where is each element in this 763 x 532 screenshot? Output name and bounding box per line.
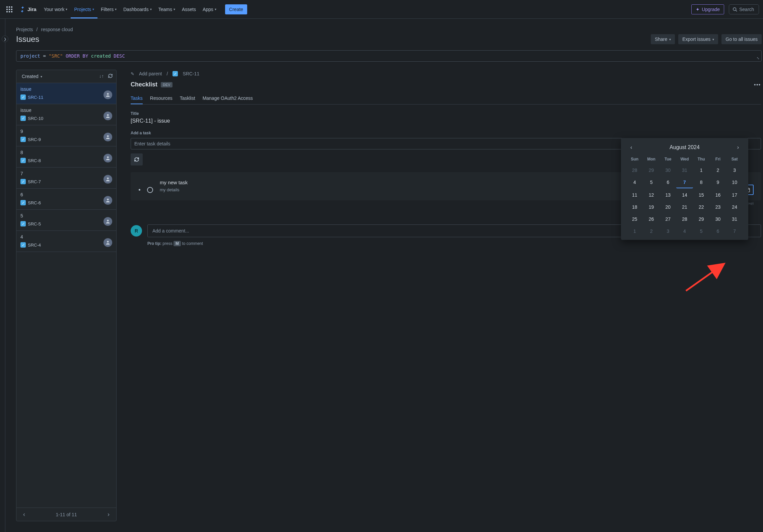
edit-icon[interactable]: ✎ (131, 71, 134, 76)
calendar-day[interactable]: 12 (643, 190, 660, 200)
svg-rect-7 (9, 11, 10, 12)
issue-key-breadcrumb[interactable]: SRC-11 (183, 71, 199, 76)
calendar-day[interactable]: 9 (710, 177, 726, 188)
calendar-day[interactable]: 30 (710, 214, 726, 224)
calendar-day[interactable]: 10 (726, 177, 743, 188)
goto-all-issues-button[interactable]: Go to all issues (721, 34, 762, 44)
assignee-avatar[interactable] (103, 90, 112, 99)
calendar-day[interactable]: 4 (676, 226, 693, 237)
calendar-day[interactable]: 27 (660, 214, 676, 224)
svg-rect-1 (9, 6, 10, 8)
calendar-day[interactable]: 15 (693, 190, 710, 200)
calendar-day[interactable]: 7 (726, 226, 743, 237)
assignee-avatar[interactable] (103, 154, 112, 162)
calendar-day[interactable]: 26 (643, 214, 660, 224)
next-page-button[interactable]: › (106, 511, 112, 518)
calendar-day[interactable]: 31 (726, 214, 743, 224)
refresh-list-icon[interactable] (108, 73, 113, 79)
calendar-day[interactable]: 4 (626, 177, 643, 188)
calendar-day[interactable]: 31 (676, 165, 693, 176)
calendar-day[interactable]: 16 (710, 190, 726, 200)
share-button[interactable]: Share▾ (651, 34, 675, 44)
calendar-day[interactable]: 25 (626, 214, 643, 224)
nav-item-teams[interactable]: Teams▾ (155, 0, 179, 18)
sort-direction-icon[interactable]: ↓↑ (99, 73, 104, 79)
issue-row[interactable]: 9✓SRC-9 (16, 125, 116, 146)
issue-summary: issue (20, 108, 112, 113)
calendar-day[interactable]: 2 (643, 226, 660, 237)
issue-row[interactable]: issue✓SRC-11 (16, 83, 116, 104)
jql-resize-icon[interactable]: ⤡ (757, 56, 759, 60)
calendar-day[interactable]: 23 (710, 202, 726, 212)
jira-logo[interactable]: Jira (16, 6, 39, 13)
calendar-day[interactable]: 20 (660, 202, 676, 212)
breadcrumb-project[interactable]: response cloud (41, 27, 73, 32)
calendar-next-button[interactable]: › (735, 144, 741, 151)
issue-key: SRC-4 (28, 243, 41, 248)
calendar-day[interactable]: 14 (676, 190, 693, 200)
calendar-day[interactable]: 19 (643, 202, 660, 212)
issue-row[interactable]: 6✓SRC-6 (16, 189, 116, 210)
tab-resources[interactable]: Resources (150, 93, 172, 104)
upgrade-button[interactable]: ✦ Upgrade (691, 4, 724, 14)
create-button[interactable]: Create (225, 4, 247, 14)
jql-editor[interactable]: project = "SRC" ORDER BY created DESC⤡ (16, 50, 762, 62)
more-actions-button[interactable]: ••• (754, 82, 761, 87)
app-switcher-icon[interactable] (4, 4, 15, 15)
issue-row[interactable]: 8✓SRC-8 (16, 146, 116, 168)
search-input[interactable]: Search (729, 4, 759, 14)
calendar-day[interactable]: 1 (626, 226, 643, 237)
assignee-avatar[interactable] (103, 112, 112, 120)
calendar-day[interactable]: 3 (660, 226, 676, 237)
calendar-day[interactable]: 8 (693, 177, 710, 188)
nav-item-apps[interactable]: Apps▾ (199, 0, 220, 18)
breadcrumb-projects[interactable]: Projects (16, 27, 33, 32)
calendar-day[interactable]: 28 (626, 165, 643, 176)
calendar-day[interactable]: 13 (660, 190, 676, 200)
issue-row[interactable]: issue✓SRC-10 (16, 104, 116, 125)
tab-manage-oauth2-access[interactable]: Manage OAuth2 Access (203, 93, 253, 104)
assignee-avatar[interactable] (103, 217, 112, 226)
calendar-day[interactable]: 21 (676, 202, 693, 212)
nav-item-dashboards[interactable]: Dashboards▾ (120, 0, 155, 18)
keyboard-key: M (174, 241, 181, 246)
issue-row[interactable]: 5✓SRC-5 (16, 210, 116, 231)
calendar-day[interactable]: 5 (643, 177, 660, 188)
assignee-avatar[interactable] (103, 175, 112, 184)
calendar-day[interactable]: 1 (693, 165, 710, 176)
calendar-day[interactable]: 29 (693, 214, 710, 224)
nav-item-projects[interactable]: Projects▾ (71, 0, 97, 18)
add-parent-button[interactable]: Add parent (139, 71, 162, 76)
calendar-day[interactable]: 11 (626, 190, 643, 200)
calendar-day[interactable]: 22 (693, 202, 710, 212)
assignee-avatar[interactable] (103, 238, 112, 247)
nav-item-your-work[interactable]: Your work▾ (41, 0, 71, 18)
calendar-day[interactable]: 3 (726, 165, 743, 176)
calendar-day[interactable]: 6 (660, 177, 676, 188)
task-status-toggle[interactable] (147, 187, 153, 193)
sort-button[interactable]: Created▾ (20, 73, 44, 79)
calendar-day[interactable]: 2 (710, 165, 726, 176)
nav-item-filters[interactable]: Filters▾ (97, 0, 120, 18)
calendar-prev-button[interactable]: ‹ (628, 144, 634, 151)
calendar-day[interactable]: 17 (726, 190, 743, 200)
calendar-day[interactable]: 5 (693, 226, 710, 237)
issue-row[interactable]: 4✓SRC-4 (16, 231, 116, 252)
nav-item-assets[interactable]: Assets (179, 0, 199, 18)
calendar-day[interactable]: 24 (726, 202, 743, 212)
calendar-day[interactable]: 29 (643, 165, 660, 176)
tab-tasks[interactable]: Tasks (131, 93, 143, 104)
prev-page-button[interactable]: ‹ (21, 511, 27, 518)
calendar-day[interactable]: 6 (710, 226, 726, 237)
issue-row[interactable]: 7✓SRC-7 (16, 168, 116, 189)
export-button[interactable]: Export issues▾ (678, 34, 718, 44)
tab-tasklist[interactable]: Tasklist (180, 93, 195, 104)
assignee-avatar[interactable] (103, 133, 112, 141)
calendar-dow: Wed (676, 155, 693, 163)
assignee-avatar[interactable] (103, 196, 112, 205)
calendar-day[interactable]: 30 (660, 165, 676, 176)
calendar-day[interactable]: 28 (676, 214, 693, 224)
calendar-day[interactable]: 18 (626, 202, 643, 212)
calendar-day[interactable]: 7 (676, 177, 693, 188)
refresh-tasks-button[interactable] (131, 153, 143, 165)
